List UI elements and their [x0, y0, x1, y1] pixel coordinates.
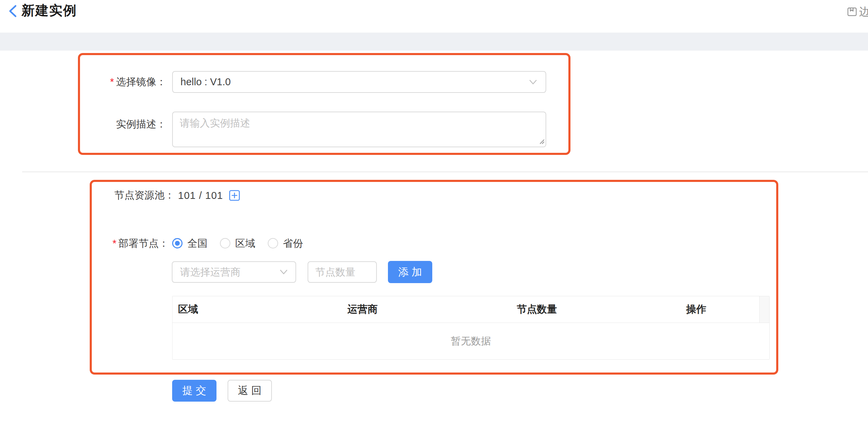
highlight-box-image-section: *选择镜像： hello : V1.0 实例描述：	[78, 53, 570, 155]
new-instance-page: 新建实例 边 *选择镜像： hello : V1.0 实例描述：	[0, 0, 868, 438]
description-label: 实例描述：	[103, 118, 166, 130]
deploy-scope-radio-group: 全国 区域 省份	[172, 237, 316, 249]
column-header-carrier: 运营商	[342, 296, 511, 323]
empty-data-text: 暂无数据	[451, 334, 491, 348]
back-arrow-button[interactable]	[6, 4, 20, 18]
radio-circle	[268, 238, 278, 248]
section-divider	[22, 172, 868, 172]
table-scrollbar-gutter	[759, 296, 769, 323]
chevron-left-icon	[6, 4, 20, 18]
carrier-select[interactable]: 请选择运营商	[172, 261, 296, 283]
table-empty-state: 暂无数据	[172, 323, 769, 359]
column-header-node-count: 节点数量	[511, 296, 681, 323]
chevron-down-icon	[529, 79, 537, 86]
column-header-actions: 操作	[681, 296, 759, 323]
node-pool-label: 节点资源池：	[114, 189, 175, 202]
node-table: 区域 运营商 节点数量 操作 暂无数据	[172, 296, 770, 360]
doc-link-label: 边	[859, 5, 868, 19]
description-textarea[interactable]	[172, 112, 546, 147]
highlight-box-node-section: 节点资源池： 101 / 101 *部署节点： 全国 区域	[90, 180, 778, 375]
return-button[interactable]: 返 回	[228, 380, 272, 402]
radio-circle	[172, 238, 183, 248]
page-title: 新建实例	[21, 2, 77, 19]
table-header-row: 区域 运营商 节点数量 操作	[172, 296, 769, 323]
radio-circle	[220, 238, 230, 248]
page-header: 新建实例 边	[0, 0, 868, 33]
radio-nationwide[interactable]: 全国	[172, 238, 207, 249]
required-mark: *	[113, 238, 116, 249]
required-mark: *	[110, 76, 114, 87]
deploy-nodes-label: *部署节点：	[105, 237, 169, 249]
plus-square-icon[interactable]	[229, 190, 240, 201]
node-pool-row: 节点资源池： 101 / 101	[114, 189, 240, 202]
image-select-value: hello : V1.0	[180, 72, 231, 92]
image-select[interactable]: hello : V1.0	[172, 71, 546, 93]
node-count-input[interactable]	[308, 261, 377, 283]
carrier-select-placeholder: 请选择运营商	[180, 262, 240, 282]
column-header-region: 区域	[172, 296, 342, 323]
add-button[interactable]: 添 加	[388, 261, 432, 283]
radio-region[interactable]: 区域	[220, 238, 255, 249]
chevron-down-icon	[280, 269, 288, 276]
background-band	[0, 33, 868, 51]
image-select-label: *选择镜像：	[103, 76, 166, 88]
radio-province[interactable]: 省份	[268, 238, 303, 249]
book-icon	[847, 6, 858, 19]
submit-button[interactable]: 提 交	[172, 380, 216, 402]
node-pool-value: 101 / 101	[178, 190, 223, 201]
